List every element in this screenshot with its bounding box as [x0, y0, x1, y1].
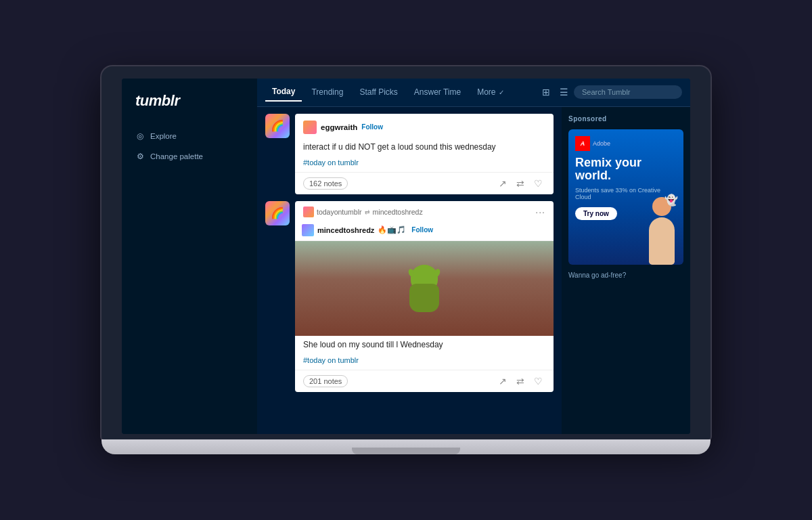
post-2-card: todayontumblr ⇄ mincedtoshredz ··· mince…: [295, 201, 554, 392]
post-2-notes: 201 notes: [303, 375, 348, 387]
inner-follow-button[interactable]: Follow: [411, 226, 433, 234]
main-content: Today Trending Staff Picks Answer Time M…: [257, 79, 690, 434]
post-1-notes: 162 notes: [303, 177, 348, 190]
post-2-tag[interactable]: #today on tumblr: [295, 356, 554, 370]
palette-icon: ⚙: [135, 152, 145, 161]
avatar-image: 🌈: [265, 114, 290, 138]
reblogger-name: todayontumblr: [317, 208, 362, 216]
app: tumblr ◎ Explore ⚙ Change palette Today: [122, 79, 690, 434]
adobe-icon: A: [575, 136, 590, 151]
tab-today[interactable]: Today: [265, 83, 302, 102]
search-input[interactable]: [574, 85, 682, 99]
screen: tumblr ◎ Explore ⚙ Change palette Today: [122, 79, 690, 434]
post-2-share-button[interactable]: ↗: [496, 374, 510, 388]
post-1-share-button[interactable]: ↗: [496, 177, 510, 190]
post-1-header-avatar: [303, 121, 317, 134]
list-view-icon[interactable]: ☰: [557, 85, 571, 99]
sidebar-item-label: Explore: [150, 132, 177, 140]
laptop-base: [102, 439, 710, 454]
post-1-header: eggwraith Follow: [295, 114, 554, 138]
post-1-card: eggwraith Follow interact if u did NOT g…: [295, 114, 554, 194]
feed: 🌈 eggwraith Follow interact if u did NOT…: [257, 107, 562, 434]
post-1-follow-button[interactable]: Follow: [361, 123, 383, 131]
tab-answer-time[interactable]: Answer Time: [407, 83, 468, 101]
more-label: More: [477, 87, 495, 97]
explore-icon: ◎: [135, 131, 145, 141]
post-2-reblog-header: todayontumblr ⇄ mincedtoshredz ···: [295, 201, 554, 220]
sidebar-item-explore[interactable]: ◎ Explore: [122, 126, 257, 146]
post-1: 🌈 eggwraith Follow interact if u did NOT…: [265, 114, 554, 194]
post-1-tag[interactable]: #today on tumblr: [295, 158, 554, 172]
laptop-shell: tumblr ◎ Explore ⚙ Change palette Today: [102, 66, 710, 454]
tab-trending[interactable]: Trending: [304, 83, 350, 101]
post-1-avatar: 🌈: [265, 114, 290, 138]
sidebar-item-change-palette[interactable]: ⚙ Change palette: [122, 146, 257, 167]
sidebar-item-label: Change palette: [150, 152, 203, 160]
inner-post-header: mincedtoshredz 🔥📺🎵 Follow: [295, 220, 554, 241]
screen-bezel: tumblr ◎ Explore ⚙ Change palette Today: [102, 66, 710, 439]
post-2-image: It wasn't even loud: [295, 241, 554, 336]
tab-staff-picks[interactable]: Staff Picks: [353, 83, 404, 101]
ghost-emoji: 👻: [664, 194, 678, 207]
adobe-name: Adobe: [593, 140, 610, 147]
inner-post-avatar: [302, 224, 314, 236]
post-1-body: interact if u did NOT get a loud sound t…: [295, 138, 554, 158]
post-2-body: She loud on my sound till l Wednesday: [295, 336, 554, 356]
wanna-ad-free-link[interactable]: Wanna go ad-free?: [568, 272, 683, 279]
post-1-like-button[interactable]: ♡: [531, 177, 545, 190]
post-2-footer: 201 notes ↗ ⇄ ♡: [295, 370, 554, 392]
ad-card: A Adobe Remix your world. Students save …: [568, 129, 683, 265]
post-1-username: eggwraith: [321, 123, 357, 131]
avatar-image-2: 🌈: [265, 201, 290, 225]
more-tab[interactable]: More ✓: [470, 83, 510, 101]
app-logo: tumblr: [122, 92, 257, 126]
right-sidebar: Sponsored A Adobe Remix your world. Stud…: [562, 107, 690, 434]
post-2-menu[interactable]: ···: [535, 207, 545, 217]
sidebar: tumblr ◎ Explore ⚙ Change palette: [122, 79, 257, 434]
verified-icon: ✓: [499, 89, 504, 96]
view-toggles: ⊞ ☰: [539, 85, 571, 99]
reblogger-avatar: [303, 207, 314, 217]
sponsored-label: Sponsored: [568, 115, 683, 123]
inner-emojis: 🔥📺🎵: [378, 225, 406, 234]
post-1-footer: 162 notes ↗ ⇄ ♡: [295, 172, 554, 194]
grid-view-icon[interactable]: ⊞: [539, 85, 553, 99]
post-2-avatar: 🌈: [265, 201, 290, 225]
ad-try-now-button[interactable]: Try now: [575, 207, 617, 220]
top-navigation: Today Trending Staff Picks Answer Time M…: [257, 79, 690, 107]
post-1-reblog-button[interactable]: ⇄: [514, 177, 527, 190]
reblog-from-name: mincedtoshredz: [373, 208, 423, 216]
post-2-like-button[interactable]: ♡: [531, 374, 545, 388]
post-2-reblog-button[interactable]: ⇄: [514, 374, 527, 388]
inner-username: mincedtoshredz: [317, 226, 374, 234]
adobe-logo: A Adobe: [575, 136, 677, 151]
ad-title: Remix your world.: [575, 156, 677, 183]
post-2: 🌈 todayontumblr ⇄ mincedtoshredz: [265, 201, 554, 392]
reblog-arrow-icon: ⇄: [365, 209, 370, 215]
